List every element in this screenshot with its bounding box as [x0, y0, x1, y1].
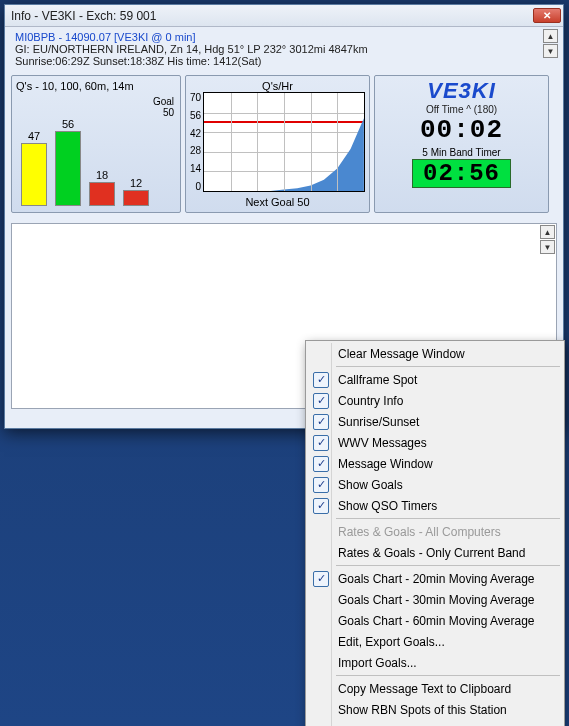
menu-check: ✓ — [310, 571, 332, 587]
bar-title: Q's - 10, 100, 60m, 14m — [16, 80, 176, 92]
rate-title: Q's/Hr — [190, 80, 365, 92]
menu-label: Copy Message Text to Clipboard — [332, 682, 562, 696]
menu-label: Edit, Export Goals... — [332, 635, 562, 649]
message-scroll: ▲ ▼ — [540, 225, 555, 254]
menu-label: Callframe Spot — [332, 373, 562, 387]
bars-container: 47561812 — [20, 114, 170, 206]
bar-100: 56 — [54, 118, 82, 206]
bar-rect — [123, 190, 149, 206]
menu-item[interactable]: ✓Goals Chart - 20min Moving Average — [308, 568, 562, 589]
rate-footer: Next Goal 50 — [190, 196, 365, 208]
bar-rect — [21, 143, 47, 206]
menu-check: ✓ — [310, 435, 332, 451]
bar-value: 56 — [62, 118, 74, 130]
menu-check: ✓ — [310, 372, 332, 388]
rate-chart-panel: Q's/Hr 70564228140 Next Goal 50 — [185, 75, 370, 213]
menu-item[interactable]: Clear Message Window — [308, 343, 562, 364]
menu-label: Goals Chart - 60min Moving Average — [332, 614, 562, 628]
check-icon: ✓ — [313, 477, 329, 493]
menu-item[interactable]: Goals Chart - 30min Moving Average — [308, 589, 562, 610]
menu-item[interactable]: Import Goals... — [308, 652, 562, 673]
bar-value: 18 — [96, 169, 108, 181]
sun-line: Sunrise:06:29Z Sunset:18:38Z His time: 1… — [15, 55, 555, 67]
menu-label: Show RBN Spots of this Station — [332, 703, 562, 717]
qso-bar-panel: Q's - 10, 100, 60m, 14m Goal 50 47561812 — [11, 75, 181, 213]
bandtimer-label: 5 Min Band Timer — [422, 147, 500, 158]
check-icon: ✓ — [313, 414, 329, 430]
menu-label: Sunrise/Sunset — [332, 415, 562, 429]
menu-label: Clear Message Window — [332, 347, 562, 361]
menu-item[interactable]: ✓Callframe Spot — [308, 369, 562, 390]
menu-label: Message Window — [332, 457, 562, 471]
country-line: GI: EU/NORTHERN IRELAND, Zn 14, Hdg 51° … — [15, 43, 555, 55]
timer-panel: VE3KI Off Time ^ (180) 00:02 5 Min Band … — [374, 75, 549, 213]
panel-row: Q's - 10, 100, 60m, 14m Goal 50 47561812… — [5, 69, 563, 217]
check-icon: ✓ — [313, 498, 329, 514]
check-icon: ✓ — [313, 372, 329, 388]
window-title: Info - VE3KI - Exch: 59 001 — [11, 9, 533, 23]
msg-scroll-up[interactable]: ▲ — [540, 225, 555, 239]
menu-label: Goals Chart - 20min Moving Average — [332, 572, 562, 586]
offtime-label: Off Time ^ (180) — [426, 104, 497, 115]
menu-check: ✓ — [310, 414, 332, 430]
menu-label: Show QSO Timers — [332, 499, 562, 513]
context-menu: Clear Message Window✓Callframe Spot✓Coun… — [305, 340, 565, 726]
menu-label: Show Goals — [332, 478, 562, 492]
scroll-up-button[interactable]: ▲ — [543, 29, 558, 43]
menu-label: Rates & Goals - Only Current Band — [332, 546, 562, 560]
header-scroll: ▲ ▼ — [543, 29, 559, 58]
ytick: 56 — [190, 110, 201, 121]
menu-check: ✓ — [310, 477, 332, 493]
menu-item[interactable]: ✓WWV Messages — [308, 432, 562, 453]
rate-yaxis: 70564228140 — [190, 92, 203, 192]
rate-plotarea — [203, 92, 365, 192]
menu-label: Goals Chart - 30min Moving Average — [332, 593, 562, 607]
menu-label: Rates & Goals - All Computers — [332, 525, 562, 539]
menu-check: ✓ — [310, 456, 332, 472]
offtime-value: 00:02 — [420, 115, 503, 145]
menu-item: Rates & Goals - All Computers — [308, 521, 562, 542]
bar-14m: 12 — [122, 177, 150, 206]
bar-rect — [55, 131, 81, 206]
menu-item[interactable]: Show RBN Spots of this Station — [308, 699, 562, 720]
menu-item[interactable]: Goals Chart - 60min Moving Average — [308, 610, 562, 631]
menu-check: ✓ — [310, 498, 332, 514]
menu-item[interactable]: Edit, Export Goals... — [308, 631, 562, 652]
menu-item[interactable]: ✓Show QSO Timers — [308, 495, 562, 516]
spot-line: MI0BPB - 14090.07 [VE3KI @ 0 min] — [15, 31, 555, 43]
check-icon: ✓ — [313, 571, 329, 587]
bar-rect — [89, 182, 115, 206]
menu-item[interactable]: Copy Message Text to Clipboard — [308, 678, 562, 699]
ytick: 70 — [190, 92, 201, 103]
check-icon: ✓ — [313, 435, 329, 451]
menu-check: ✓ — [310, 393, 332, 409]
menu-item[interactable]: ✓Country Info — [308, 390, 562, 411]
goal-label: Goal — [153, 96, 174, 107]
menu-item[interactable]: Help — [308, 720, 562, 726]
titlebar[interactable]: Info - VE3KI - Exch: 59 001 ✕ — [5, 5, 563, 27]
check-icon: ✓ — [313, 456, 329, 472]
scroll-down-button[interactable]: ▼ — [543, 44, 558, 58]
bar-60m: 18 — [88, 169, 116, 206]
menu-item[interactable]: ✓Message Window — [308, 453, 562, 474]
bar-value: 47 — [28, 130, 40, 142]
info-header: MI0BPB - 14090.07 [VE3KI @ 0 min] GI: EU… — [5, 27, 563, 69]
bandtimer-value: 02:56 — [412, 159, 511, 188]
ytick: 0 — [190, 181, 201, 192]
bar-10: 47 — [20, 130, 48, 206]
bar-value: 12 — [130, 177, 142, 189]
callsign: VE3KI — [427, 78, 496, 104]
ytick: 28 — [190, 145, 201, 156]
ytick: 14 — [190, 163, 201, 174]
check-icon: ✓ — [313, 393, 329, 409]
msg-scroll-down[interactable]: ▼ — [540, 240, 555, 254]
menu-label: Import Goals... — [332, 656, 562, 670]
menu-item[interactable]: Rates & Goals - Only Current Band — [308, 542, 562, 563]
menu-item[interactable]: ✓Show Goals — [308, 474, 562, 495]
menu-label: WWV Messages — [332, 436, 562, 450]
ytick: 42 — [190, 128, 201, 139]
menu-label: Country Info — [332, 394, 562, 408]
close-button[interactable]: ✕ — [533, 8, 561, 23]
menu-item[interactable]: ✓Sunrise/Sunset — [308, 411, 562, 432]
